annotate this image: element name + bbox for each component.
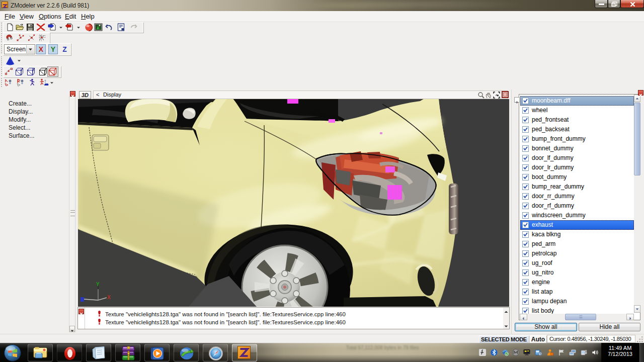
- svg-text:X: X: [107, 295, 111, 300]
- svg-text:Y: Y: [96, 282, 100, 287]
